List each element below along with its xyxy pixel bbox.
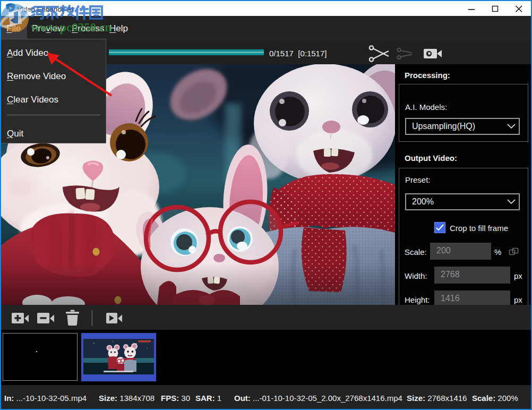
svg-text:www.pc0350.cn: www.pc0350.cn (31, 21, 111, 34)
